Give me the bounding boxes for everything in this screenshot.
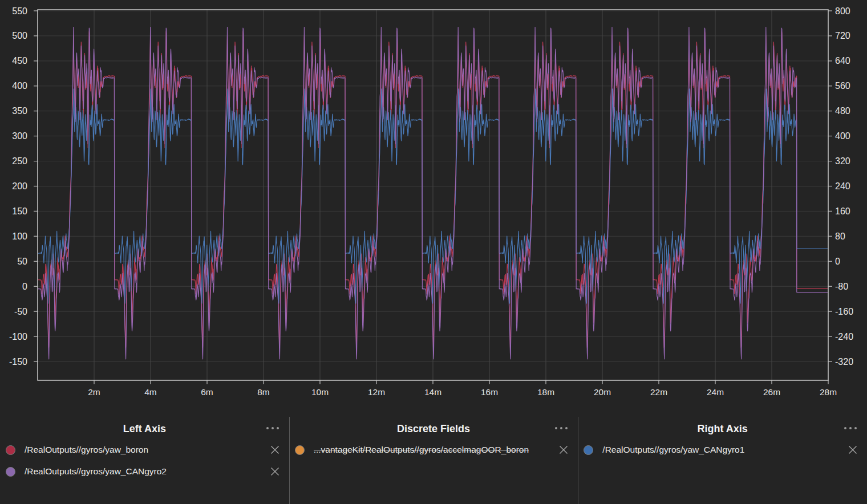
legend-section-right-axis: Right Axis /RealOutputs//gyros/yaw_CANgy…: [578, 402, 867, 504]
right-axis-tick-label: 160: [835, 206, 850, 216]
left-axis-tick-label: -50: [14, 307, 27, 316]
x-axis-tick-label: 10m: [311, 387, 329, 397]
remove-field-button[interactable]: [269, 444, 281, 456]
x-axis-tick-label: 20m: [594, 387, 611, 397]
section-menu-ellipsis-icon[interactable]: [844, 427, 857, 429]
x-axis-tick-label: 26m: [763, 387, 780, 397]
right-axis-tick-label: -80: [835, 282, 848, 291]
legend-field-row[interactable]: ...vantageKit/RealOutputs//gyros/accelma…: [289, 439, 578, 461]
remove-field-button[interactable]: [846, 444, 859, 456]
x-axis-tick-label: 18m: [537, 387, 554, 397]
field-color-swatch[interactable]: [295, 445, 305, 455]
section-menu-ellipsis-icon[interactable]: [555, 427, 568, 429]
right-axis-tick-label: 560: [835, 81, 850, 91]
left-axis-tick-label: 550: [12, 6, 27, 16]
right-axis-tick-label: 480: [835, 106, 850, 116]
right-axis-tick-label: 800: [835, 6, 850, 16]
legend-field-row[interactable]: /RealOutputs//gyros/yaw_CANgyro2: [0, 461, 289, 482]
legend-section-title: Left Axis: [0, 422, 289, 435]
field-color-swatch[interactable]: [6, 467, 15, 477]
right-axis-tick-label: -160: [835, 307, 853, 316]
left-axis-tick-label: 50: [17, 257, 27, 266]
left-axis-tick-label: 400: [12, 81, 27, 91]
legend-bar: Left Axis /RealOutputs//gyros/yaw_boron/…: [0, 402, 867, 504]
field-color-swatch[interactable]: [584, 445, 593, 455]
close-icon: [557, 444, 570, 456]
field-label: /RealOutputs//gyros/yaw_boron: [25, 445, 263, 455]
left-axis-tick-label: 100: [12, 231, 27, 241]
x-axis-tick-label: 14m: [424, 387, 441, 397]
close-icon: [846, 444, 859, 456]
left-axis-tick-label: 0: [22, 282, 27, 291]
right-axis-tick-label: 0: [835, 257, 840, 266]
field-label: ...vantageKit/RealOutputs//gyros/accelma…: [314, 445, 552, 455]
close-icon: [269, 465, 281, 478]
remove-field-button[interactable]: [557, 444, 570, 456]
x-axis-tick-label: 8m: [257, 387, 270, 397]
left-axis-tick-label: 450: [12, 56, 27, 66]
close-icon: [269, 444, 281, 456]
line-chart[interactable]: 550500450400350300250200150100500-50-100…: [0, 0, 867, 402]
left-axis-tick-label: 500: [12, 31, 27, 40]
right-axis-tick-label: 320: [835, 156, 850, 166]
x-axis-tick-label: 16m: [481, 387, 498, 397]
x-axis-tick-label: 6m: [201, 387, 213, 397]
x-axis-tick-label: 24m: [707, 387, 724, 397]
legend-section-title: Discrete Fields: [289, 422, 578, 435]
line-graph-area[interactable]: 550500450400350300250200150100500-50-100…: [0, 0, 867, 402]
left-axis-tick-label: 300: [12, 131, 27, 141]
field-label: /RealOutputs//gyros/yaw_CANgyro2: [25, 466, 263, 477]
left-axis-tick-label: -150: [9, 357, 27, 367]
remove-field-button[interactable]: [269, 465, 281, 478]
left-axis-tick-label: 150: [12, 206, 27, 216]
legend-items: /RealOutputs//gyros/yaw_CANgyro1: [578, 439, 867, 461]
left-axis-tick-label: 350: [12, 106, 27, 116]
left-axis-tick-label: 250: [12, 156, 27, 166]
right-axis-tick-label: 240: [835, 181, 850, 191]
x-axis-tick-label: 4m: [144, 387, 157, 397]
legend-section-title: Right Axis: [578, 422, 867, 435]
x-axis-tick-label: 2m: [88, 387, 100, 397]
right-axis-tick-label: 720: [835, 31, 850, 40]
right-axis-tick-label: 80: [835, 231, 845, 241]
right-axis-tick-label: -240: [835, 332, 853, 342]
x-axis-tick-label: 22m: [650, 387, 667, 397]
legend-section-left-axis: Left Axis /RealOutputs//gyros/yaw_boron/…: [0, 402, 289, 504]
left-axis-tick-label: 200: [12, 181, 27, 191]
right-axis-tick-label: 400: [835, 131, 850, 141]
legend-field-row[interactable]: /RealOutputs//gyros/yaw_CANgyro1: [578, 439, 867, 461]
legend-items: /RealOutputs//gyros/yaw_boron/RealOutput…: [0, 439, 289, 482]
x-axis-tick-label: 12m: [368, 387, 385, 397]
left-axis-tick-label: -100: [9, 332, 27, 342]
section-menu-ellipsis-icon[interactable]: [266, 427, 279, 429]
right-axis-tick-label: 640: [835, 56, 850, 66]
legend-items: ...vantageKit/RealOutputs//gyros/accelma…: [289, 439, 578, 461]
legend-field-row[interactable]: /RealOutputs//gyros/yaw_boron: [0, 439, 289, 461]
field-label: /RealOutputs//gyros/yaw_CANgyro1: [602, 445, 841, 455]
legend-section-discrete-fields: Discrete Fields ...vantageKit/RealOutput…: [289, 402, 578, 504]
x-axis-tick-label: 28m: [820, 387, 837, 397]
field-color-swatch[interactable]: [6, 445, 15, 455]
right-axis-tick-label: -320: [835, 357, 853, 367]
